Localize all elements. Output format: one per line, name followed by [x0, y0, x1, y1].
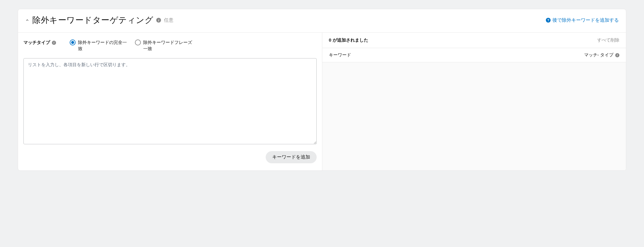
info-icon[interactable]: i: [52, 41, 56, 45]
radio-exact-match[interactable]: 除外キーワードの完全一致: [70, 39, 128, 52]
info-icon[interactable]: i: [156, 18, 161, 23]
panel-header: 除外キーワードターゲティング i 任意 ? 後で除外キーワードを追加する: [18, 9, 626, 33]
radio-phrase-match[interactable]: 除外キーワードフレーズ一致: [135, 39, 194, 52]
panel-body: マッチタイプ i 除外キーワードの完全一致 除外キーワードフレーズ一致 キー: [18, 33, 626, 170]
question-icon: ?: [546, 18, 551, 23]
help-link-text: 後で除外キーワードを追加する: [552, 17, 619, 23]
added-summary-header: 0 が追加されました すべて削除: [322, 33, 626, 48]
radio-exact-label: 除外キーワードの完全一致: [78, 39, 128, 52]
radio-icon: [70, 39, 76, 45]
negative-keyword-panel: 除外キーワードターゲティング i 任意 ? 後で除外キーワードを追加する マッチ…: [18, 9, 626, 171]
radio-icon: [135, 39, 141, 45]
col-match-type-text: マッチ- タイプ: [584, 52, 613, 58]
keyword-list-input[interactable]: [23, 58, 317, 144]
match-type-radios: 除外キーワードの完全一致 除外キーワードフレーズ一致: [70, 39, 194, 52]
chevron-up-icon[interactable]: [25, 18, 29, 22]
match-type-label: マッチタイプ i: [23, 39, 56, 45]
title-group: 除外キーワードターゲティング i 任意: [25, 15, 173, 26]
add-button-row: キーワードを追加: [23, 151, 317, 163]
left-column: マッチタイプ i 除外キーワードの完全一致 除外キーワードフレーズ一致 キー: [18, 33, 322, 170]
col-match-type: マッチ- タイプ i: [584, 52, 619, 58]
keyword-table-empty: [322, 62, 626, 170]
help-link-add-later[interactable]: ? 後で除外キーワードを追加する: [546, 17, 619, 23]
section-title: 除外キーワードターゲティング: [32, 15, 153, 26]
add-keywords-button[interactable]: キーワードを追加: [266, 151, 317, 163]
optional-label: 任意: [164, 17, 173, 23]
match-type-row: マッチタイプ i 除外キーワードの完全一致 除外キーワードフレーズ一致: [23, 39, 317, 52]
match-type-text: マッチタイプ: [23, 40, 50, 45]
right-column: 0 が追加されました すべて削除 キーワード マッチ- タイプ i: [322, 33, 626, 170]
added-count-label: 0 が追加されました: [329, 37, 368, 43]
col-keyword: キーワード: [329, 52, 351, 58]
info-icon[interactable]: i: [615, 53, 619, 57]
delete-all-link[interactable]: すべて削除: [597, 37, 619, 43]
keyword-table-header: キーワード マッチ- タイプ i: [322, 48, 626, 62]
radio-phrase-label: 除外キーワードフレーズ一致: [143, 39, 194, 52]
